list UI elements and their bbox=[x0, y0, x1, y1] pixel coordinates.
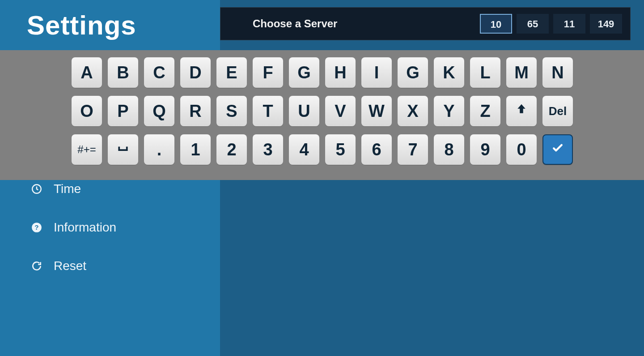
sidebar-item-reset[interactable]: Reset bbox=[30, 259, 116, 273]
key-x[interactable]: X bbox=[398, 96, 428, 126]
key-s[interactable]: S bbox=[216, 96, 247, 126]
key-b[interactable]: B bbox=[108, 57, 138, 88]
key-8[interactable]: 8 bbox=[434, 134, 464, 165]
key-u[interactable]: U bbox=[289, 96, 319, 126]
key-1[interactable]: 1 bbox=[180, 134, 211, 165]
key-m[interactable]: M bbox=[506, 57, 537, 88]
svg-text:?: ? bbox=[34, 223, 38, 231]
key-q[interactable]: Q bbox=[144, 96, 174, 126]
sidebar-item-label: Information bbox=[54, 220, 116, 235]
key-6[interactable]: 6 bbox=[361, 134, 392, 165]
key-i[interactable]: I bbox=[361, 57, 392, 88]
key-t[interactable]: T bbox=[253, 96, 283, 126]
key-0[interactable]: 0 bbox=[506, 134, 537, 165]
key-confirm[interactable] bbox=[542, 134, 573, 165]
key-space[interactable] bbox=[108, 134, 138, 165]
on-screen-keyboard: A B C D E F G H I G K L M N O P Q R S T … bbox=[0, 50, 644, 180]
key-d[interactable]: D bbox=[180, 57, 211, 88]
ip-octet-1[interactable]: 10 bbox=[480, 14, 512, 34]
refresh-icon bbox=[30, 260, 43, 272]
keyboard-row-1: A B C D E F G H I G K L M N bbox=[72, 57, 586, 88]
key-l[interactable]: L bbox=[470, 57, 500, 88]
ip-fields: 10 65 11 149 bbox=[480, 14, 622, 34]
key-3[interactable]: 3 bbox=[253, 134, 283, 165]
key-2[interactable]: 2 bbox=[216, 134, 247, 165]
sidebar-item-time[interactable]: Time bbox=[30, 182, 116, 196]
keyboard-row-2: O P Q R S T U V W X Y Z Del bbox=[72, 96, 586, 126]
key-y[interactable]: Y bbox=[434, 96, 464, 126]
key-w[interactable]: W bbox=[361, 96, 392, 126]
key-e[interactable]: E bbox=[216, 57, 247, 88]
key-v[interactable]: V bbox=[325, 96, 356, 126]
key-k[interactable]: K bbox=[434, 57, 464, 88]
sidebar-item-information[interactable]: ? Information bbox=[30, 220, 116, 235]
clock-icon bbox=[30, 183, 43, 195]
key-c[interactable]: C bbox=[144, 57, 174, 88]
server-prompt: Choose a Server bbox=[253, 17, 480, 30]
key-delete[interactable]: Del bbox=[542, 96, 573, 126]
help-icon: ? bbox=[30, 221, 43, 234]
arrow-up-icon bbox=[515, 102, 528, 121]
ip-octet-4[interactable]: 149 bbox=[590, 14, 622, 34]
key-symbols[interactable]: #+= bbox=[72, 134, 102, 165]
key-n[interactable]: N bbox=[542, 57, 573, 88]
sidebar-item-label: Reset bbox=[54, 259, 86, 273]
key-9[interactable]: 9 bbox=[470, 134, 500, 165]
key-a[interactable]: A bbox=[72, 57, 102, 88]
key-o[interactable]: O bbox=[72, 96, 102, 126]
key-5[interactable]: 5 bbox=[325, 134, 356, 165]
key-f[interactable]: F bbox=[253, 57, 283, 88]
key-g[interactable]: G bbox=[289, 57, 319, 88]
space-icon bbox=[116, 140, 130, 159]
key-h[interactable]: H bbox=[325, 57, 356, 88]
ip-octet-2[interactable]: 65 bbox=[517, 14, 549, 34]
key-z[interactable]: Z bbox=[470, 96, 500, 126]
sidebar-item-label: Time bbox=[54, 182, 81, 196]
key-7[interactable]: 7 bbox=[398, 134, 428, 165]
key-p[interactable]: P bbox=[108, 96, 138, 126]
key-dot[interactable]: . bbox=[144, 134, 174, 165]
key-4[interactable]: 4 bbox=[289, 134, 319, 165]
page-title: Settings bbox=[27, 10, 136, 41]
sidebar-nav: Time ? Information Reset bbox=[30, 182, 116, 297]
key-g-2[interactable]: G bbox=[398, 57, 428, 88]
key-r[interactable]: R bbox=[180, 96, 211, 126]
key-shift bbox=[506, 96, 537, 126]
check-icon bbox=[551, 140, 564, 159]
server-topbar: Choose a Server 10 65 11 149 bbox=[220, 7, 631, 40]
ip-octet-3[interactable]: 11 bbox=[553, 14, 585, 34]
keyboard-row-3: #+= . 1 2 3 4 5 6 7 8 9 0 bbox=[72, 134, 586, 165]
